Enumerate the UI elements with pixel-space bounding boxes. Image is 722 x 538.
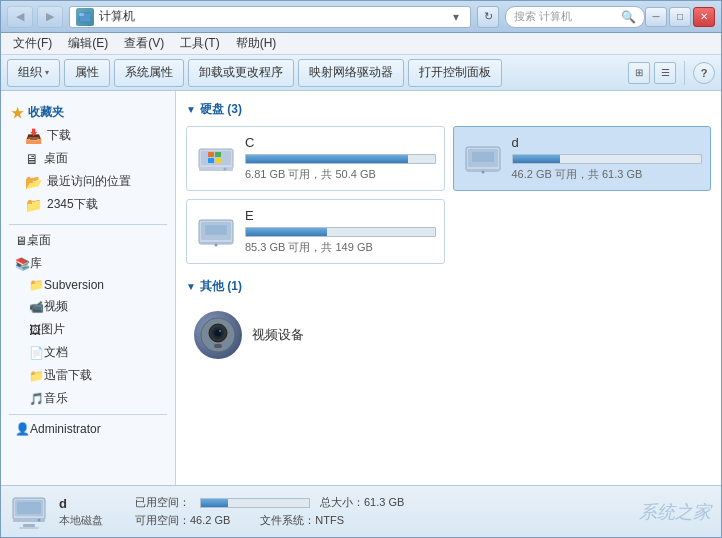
titlebar: ◀ ▶ 计算机 ▾ ↻ 搜索 计算机 🔍 ─ □ ✕: [1, 1, 721, 33]
window-controls: ─ □ ✕: [645, 7, 715, 27]
drive-d-size: 46.2 GB 可用，共 61.3 GB: [512, 167, 703, 182]
sidebar-item-library[interactable]: 📚 库: [1, 252, 175, 275]
drive-d-bar-bg: [512, 154, 703, 164]
maximize-button[interactable]: □: [669, 7, 691, 27]
status-total-label: 总大小：61.3 GB: [320, 495, 404, 510]
statusbar: d 本地磁盘 已用空间： 总大小：61.3 GB 可用空间：46.2 GB 文件…: [1, 485, 721, 537]
svg-point-14: [481, 170, 484, 173]
status-used-label: 已用空间：: [135, 495, 190, 510]
drive-d-label: d: [512, 135, 703, 150]
video-label: 视频: [44, 298, 68, 315]
nav-buttons: ◀ ▶: [7, 6, 63, 28]
others-arrow-icon: ▼: [186, 281, 196, 292]
desktop-icon: 🖥: [15, 234, 27, 248]
view-details-button[interactable]: ☰: [654, 62, 676, 84]
toolbar: 组织 ▾ 属性 系统属性 卸载或更改程序 映射网络驱动器 打开控制面板 ⊞ ☰ …: [1, 55, 721, 91]
help-button[interactable]: ?: [693, 62, 715, 84]
drive-e-bar: [246, 228, 327, 236]
recent-icon: 📂: [25, 174, 42, 190]
menu-view[interactable]: 查看(V): [116, 33, 172, 54]
menu-file[interactable]: 文件(F): [5, 33, 60, 54]
svg-rect-12: [472, 152, 494, 162]
forward-button[interactable]: ▶: [37, 6, 63, 28]
sidebar-divider2: [9, 414, 167, 415]
drive-d-bar: [513, 155, 560, 163]
drive-c[interactable]: C 6.81 GB 可用，共 50.4 GB: [186, 126, 445, 191]
drive-e-info: E 85.3 GB 可用，共 149 GB: [245, 208, 436, 255]
recent-label: 最近访问的位置: [47, 173, 131, 190]
desktop1-label: 桌面: [44, 150, 68, 167]
sidebar-item-thunder[interactable]: 📁 迅雷下载: [1, 364, 175, 387]
watermark-text: 系统之家: [639, 500, 711, 524]
content-area: ▼ 硬盘 (3): [176, 91, 721, 485]
drive-e-label: E: [245, 208, 436, 223]
map-drive-label: 映射网络驱动器: [309, 64, 393, 81]
menu-help[interactable]: 帮助(H): [228, 33, 285, 54]
view-toggle-button[interactable]: ⊞: [628, 62, 650, 84]
sidebar-item-desktop[interactable]: 🖥 桌面: [1, 229, 175, 252]
system-properties-button[interactable]: 系统属性: [114, 59, 184, 87]
organize-button[interactable]: 组织 ▾: [7, 59, 60, 87]
toolbar-right: ⊞ ☰ ?: [628, 61, 715, 85]
search-icon: 🔍: [621, 10, 636, 24]
properties-button[interactable]: 属性: [64, 59, 110, 87]
sidebar-item-desktop1[interactable]: 🖥 桌面: [1, 147, 175, 170]
sidebar-item-download[interactable]: 📥 下载: [1, 124, 175, 147]
favorites-title[interactable]: ★ 收藏夹: [1, 101, 175, 124]
menu-edit[interactable]: 编辑(E): [60, 33, 116, 54]
svg-point-24: [219, 330, 221, 332]
download-icon: 📥: [25, 128, 42, 144]
status-fs-label: 文件系统：NTFS: [260, 513, 344, 528]
drive-d[interactable]: d 46.2 GB 可用，共 61.3 GB: [453, 126, 712, 191]
close-button[interactable]: ✕: [693, 7, 715, 27]
svg-rect-6: [208, 158, 214, 163]
drive-c-info: C 6.81 GB 可用，共 50.4 GB: [245, 135, 436, 182]
drive-e[interactable]: E 85.3 GB 可用，共 149 GB: [186, 199, 445, 264]
search-bar[interactable]: 搜索 计算机 🔍: [505, 6, 645, 28]
drive-c-label: C: [245, 135, 436, 150]
svg-rect-31: [23, 524, 35, 527]
status-watermark: 系统之家: [639, 500, 711, 524]
back-button[interactable]: ◀: [7, 6, 33, 28]
minimize-button[interactable]: ─: [645, 7, 667, 27]
sidebar-item-music[interactable]: 🎵 音乐: [1, 387, 175, 410]
status-drive-sublabel: 本地磁盘: [59, 513, 103, 528]
video-device[interactable]: 视频设备: [186, 303, 711, 367]
menubar: 文件(F) 编辑(E) 查看(V) 工具(T) 帮助(H): [1, 33, 721, 55]
svg-rect-1: [79, 13, 84, 16]
refresh-button[interactable]: ↻: [477, 6, 499, 28]
sidebar: ★ 收藏夹 📥 下载 🖥 桌面 📂 最近访问的位置 📁 2345下载: [1, 91, 176, 485]
drive-c-icon: [195, 140, 237, 178]
hd-arrow-icon: ▼: [186, 104, 196, 115]
control-panel-button[interactable]: 打开控制面板: [408, 59, 502, 87]
control-panel-label: 打开控制面板: [419, 64, 491, 81]
video-icon: 📹: [29, 300, 44, 314]
sidebar-item-subversion[interactable]: 📁 Subversion: [1, 275, 175, 295]
docs-icon: 📄: [29, 346, 44, 360]
admin-icon: 👤: [15, 422, 30, 436]
address-icon: [76, 8, 94, 26]
pictures-label: 图片: [41, 321, 65, 338]
sidebar-item-pictures[interactable]: 🖼 图片: [1, 318, 175, 341]
others-header[interactable]: ▼ 其他 (1): [186, 278, 711, 295]
menu-tools[interactable]: 工具(T): [172, 33, 227, 54]
sidebar-item-admin[interactable]: 👤 Administrator: [1, 419, 175, 439]
sidebar-item-video[interactable]: 📹 视频: [1, 295, 175, 318]
download-label: 下载: [47, 127, 71, 144]
svg-rect-32: [19, 527, 39, 529]
uninstall-button[interactable]: 卸载或更改程序: [188, 59, 294, 87]
hard-disks-header[interactable]: ▼ 硬盘 (3): [186, 101, 711, 118]
status-info: d 本地磁盘: [59, 496, 103, 528]
desktop-label: 桌面: [27, 232, 51, 249]
library-label: 库: [30, 255, 42, 272]
map-drive-button[interactable]: 映射网络驱动器: [298, 59, 404, 87]
sidebar-item-docs[interactable]: 📄 文档: [1, 341, 175, 364]
status-bar-fill: [201, 499, 228, 507]
subversion-label: Subversion: [44, 278, 104, 292]
sidebar-item-recent[interactable]: 📂 最近访问的位置: [1, 170, 175, 193]
others-label: 其他 (1): [200, 278, 242, 295]
address-bar[interactable]: 计算机 ▾: [69, 6, 471, 28]
sidebar-item-2345[interactable]: 📁 2345下载: [1, 193, 175, 216]
address-dropdown[interactable]: ▾: [448, 7, 464, 27]
address-text: 计算机: [99, 8, 448, 25]
